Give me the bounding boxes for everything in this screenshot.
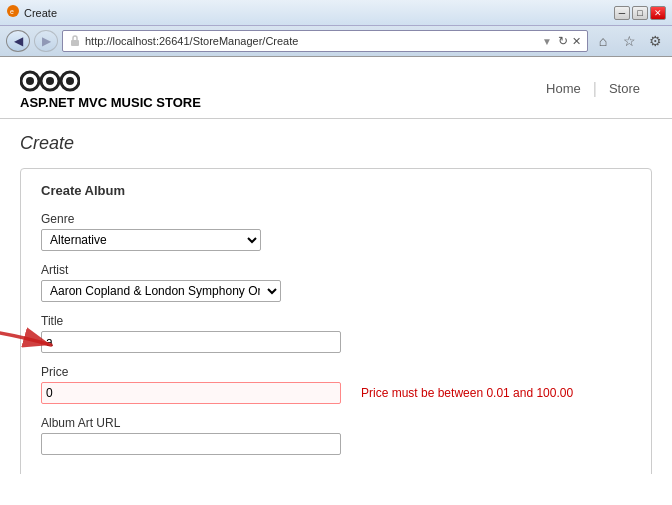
back-button[interactable]: ◀	[6, 30, 30, 52]
main-content: Create Create Album Genre Alternative Bl…	[0, 119, 672, 474]
price-error-message: Price must be between 0.01 and 100.00	[361, 386, 573, 400]
url-text: http://localhost:26641/StoreManager/Crea…	[85, 35, 538, 47]
title-bar-left: e Create	[6, 4, 57, 21]
page-content: ASP.NET MVC MUSIC STORE Home | Store Cre…	[0, 57, 672, 474]
lock-icon	[69, 35, 81, 47]
toolbar-icons: ⌂ ☆ ⚙	[592, 30, 666, 52]
artist-group: Artist Aaron Copland & London Symphony O…	[41, 263, 631, 302]
address-bar: ◀ ▶ http://localhost:26641/StoreManager/…	[0, 26, 672, 56]
settings-icon[interactable]: ⚙	[644, 30, 666, 52]
nav-store[interactable]: Store	[597, 77, 652, 100]
title-bar: e Create ─ □ ✕	[0, 0, 672, 26]
title-group: Title	[41, 314, 631, 353]
form-box-title: Create Album	[41, 183, 631, 198]
album-art-input[interactable]	[41, 433, 341, 455]
address-field[interactable]: http://localhost:26641/StoreManager/Crea…	[62, 30, 588, 52]
browser-chrome: e Create ─ □ ✕ ◀ ▶ http://localhost:2664…	[0, 0, 672, 57]
svg-point-8	[66, 77, 74, 85]
logo-icon	[20, 67, 80, 95]
dropdown-icon[interactable]: ▼	[542, 36, 552, 47]
album-art-label: Album Art URL	[41, 416, 631, 430]
nav-home[interactable]: Home	[534, 77, 593, 100]
star-icon[interactable]: ☆	[618, 30, 640, 52]
page-inner: ASP.NET MVC MUSIC STORE Home | Store Cre…	[0, 57, 672, 474]
forward-button[interactable]: ▶	[34, 30, 58, 52]
close-button[interactable]: ✕	[650, 6, 666, 20]
site-title: ASP.NET MVC MUSIC STORE	[20, 95, 201, 110]
page-heading: Create	[20, 133, 652, 154]
svg-point-6	[46, 77, 54, 85]
close-icon[interactable]: ✕	[572, 35, 581, 48]
minimize-button[interactable]: ─	[614, 6, 630, 20]
svg-point-4	[26, 77, 34, 85]
genre-label: Genre	[41, 212, 631, 226]
price-input[interactable]	[41, 382, 341, 404]
svg-text:e: e	[10, 8, 14, 15]
create-album-form: Create Album Genre Alternative Blues Cla…	[20, 168, 652, 474]
genre-group: Genre Alternative Blues Classical Countr…	[41, 212, 631, 251]
genre-select[interactable]: Alternative Blues Classical Country Disc…	[41, 229, 261, 251]
refresh-icon[interactable]: ↻	[558, 34, 568, 48]
site-header: ASP.NET MVC MUSIC STORE Home | Store	[0, 57, 672, 119]
title-label: Title	[41, 314, 631, 328]
album-art-group: Album Art URL	[41, 416, 631, 455]
window-controls: ─ □ ✕	[614, 6, 666, 20]
maximize-button[interactable]: □	[632, 6, 648, 20]
site-logo: ASP.NET MVC MUSIC STORE	[20, 67, 201, 110]
title-input[interactable]	[41, 331, 341, 353]
tab-title: Create	[24, 7, 57, 19]
artist-label: Artist	[41, 263, 631, 277]
svg-rect-2	[71, 40, 79, 46]
artist-select[interactable]: Aaron Copland & London Symphony Orchestr…	[41, 280, 281, 302]
price-group: Price Price must be between 0.01 and 100…	[41, 365, 631, 404]
home-icon[interactable]: ⌂	[592, 30, 614, 52]
tab-favicon: e	[6, 4, 20, 21]
price-label: Price	[41, 365, 631, 379]
site-nav: Home | Store	[534, 77, 652, 100]
